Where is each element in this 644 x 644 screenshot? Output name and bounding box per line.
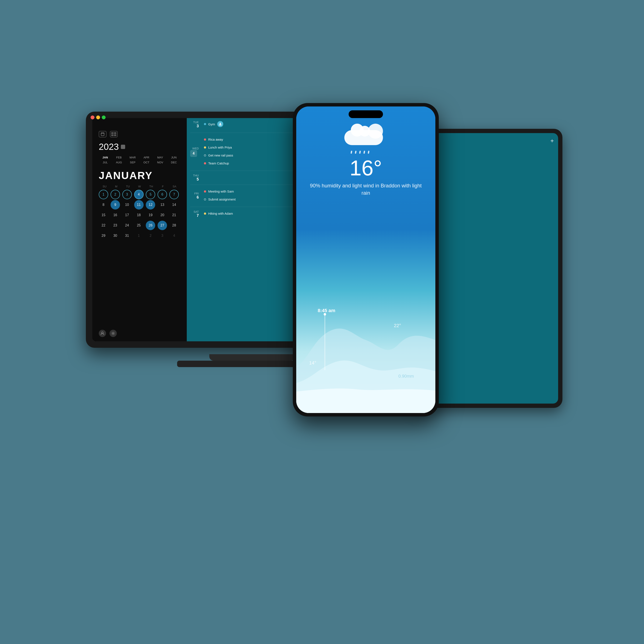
day-next-4[interactable]: 4 xyxy=(169,231,179,240)
scene: 2023 JAN FEB MAR APR MAY JUN JUL AUG SEP… xyxy=(86,86,558,558)
tablet-add-button[interactable]: + xyxy=(550,137,554,144)
month-jul[interactable]: JUL xyxy=(99,160,112,164)
svg-rect-0 xyxy=(101,133,104,136)
day-22[interactable]: 22 xyxy=(99,221,108,230)
day-3[interactable]: 3 xyxy=(122,190,132,199)
event-text-meeting: Meeting with Sam xyxy=(208,190,234,193)
calendar-view-grid[interactable] xyxy=(110,131,118,137)
traffic-light-yellow[interactable] xyxy=(96,115,100,119)
calendar-toolbar xyxy=(99,131,180,137)
day-14[interactable]: 14 xyxy=(169,200,179,210)
day-26[interactable]: 26 xyxy=(146,221,155,230)
day-next-1[interactable]: 1 xyxy=(134,231,144,240)
event-text-rica: Rica away xyxy=(208,138,223,141)
calendar-left-panel: 2023 JAN FEB MAR APR MAY JUN JUL AUG SEP… xyxy=(92,118,187,341)
month-dec[interactable]: DEC xyxy=(167,160,180,164)
day-17[interactable]: 17 xyxy=(122,210,132,220)
rain-drop-2 xyxy=(355,151,357,154)
day-20[interactable]: 20 xyxy=(158,210,167,220)
bottom-icons xyxy=(99,330,180,337)
event-dot-submit xyxy=(204,198,206,200)
event-text-rail: Get new rail pass xyxy=(208,153,233,157)
month-nov[interactable]: NOV xyxy=(154,160,167,164)
phone-screen: 16° 90% humidity and light wind in Bradd… xyxy=(296,106,435,413)
day-28[interactable]: 28 xyxy=(169,221,179,230)
event-dot-team xyxy=(204,162,206,164)
event-text-lunch: Lunch with Priya xyxy=(208,146,232,149)
days-grid: 1 2 3 4 5 6 7 8 9 10 11 12 13 1 xyxy=(99,190,180,240)
day-27[interactable]: 27 xyxy=(158,221,167,230)
day-24[interactable]: 24 xyxy=(122,221,132,230)
day-10[interactable]: 10 xyxy=(122,200,132,210)
event-text-team: Team Catchup xyxy=(208,161,229,165)
day-abbr-fri6: FRI xyxy=(190,192,199,195)
cloud-icon xyxy=(344,130,383,145)
weekday-th: TH xyxy=(145,185,157,188)
day-4[interactable]: 4 xyxy=(134,190,144,199)
day-29[interactable]: 29 xyxy=(99,231,108,240)
event-dot-lunch xyxy=(204,146,206,149)
month-feb[interactable]: FEB xyxy=(112,155,125,159)
day-2[interactable]: 2 xyxy=(111,190,120,199)
day-30[interactable]: 30 xyxy=(111,231,120,240)
day-12[interactable]: 12 xyxy=(146,200,155,210)
year-badge xyxy=(121,145,125,149)
day-15[interactable]: 15 xyxy=(99,210,108,220)
event-text-gym: Gym xyxy=(208,122,215,126)
phone-container: 16° 90% humidity and light wind in Bradd… xyxy=(293,103,439,416)
settings-icon[interactable] xyxy=(109,330,117,337)
month-aug[interactable]: AUG xyxy=(112,160,125,164)
month-jun[interactable]: JUN xyxy=(167,155,180,159)
event-dot-rail xyxy=(204,154,206,156)
day-5[interactable]: 5 xyxy=(146,190,155,199)
weather-description: 90% humidity and light wind in Braddon w… xyxy=(296,182,435,196)
traffic-light-red[interactable] xyxy=(91,115,94,119)
contacts-icon[interactable] xyxy=(99,330,106,337)
day-23[interactable]: 23 xyxy=(111,221,120,230)
month-mar[interactable]: MAR xyxy=(126,155,139,159)
rain-drop-4 xyxy=(363,151,365,154)
day-next-2[interactable]: 2 xyxy=(146,231,155,240)
day-11[interactable]: 11 xyxy=(134,200,144,210)
weekday-m: M xyxy=(110,185,122,188)
day-abbr-thu5: THU xyxy=(190,174,199,177)
day-next-3[interactable]: 3 xyxy=(158,231,167,240)
event-dot-meeting xyxy=(204,190,206,193)
day-25[interactable]: 25 xyxy=(134,221,144,230)
day-8[interactable]: 8 xyxy=(99,200,108,210)
traffic-light-green[interactable] xyxy=(102,115,106,119)
month-apr[interactable]: APR xyxy=(140,155,153,159)
day-16[interactable]: 16 xyxy=(111,210,120,220)
year-row: 2023 xyxy=(99,142,180,152)
weekdays-header: SU M TU W TH F SA xyxy=(99,185,180,188)
event-dot-gym xyxy=(204,123,206,125)
weekday-tu: TU xyxy=(122,185,134,188)
dynamic-island xyxy=(349,110,383,118)
day-21[interactable]: 21 xyxy=(169,210,179,220)
day-18[interactable]: 18 xyxy=(134,210,144,220)
calendar-view-single[interactable] xyxy=(99,131,106,137)
day-9[interactable]: 9 xyxy=(111,200,120,210)
months-grid: JAN FEB MAR APR MAY JUN JUL AUG SEP OCT … xyxy=(99,155,180,164)
temperature-chart: 8:45 am 22° 14° 0.90mm xyxy=(296,301,435,413)
time-label: 8:45 am xyxy=(318,308,335,313)
month-sep[interactable]: SEP xyxy=(126,160,139,164)
day-7[interactable]: 7 xyxy=(169,190,179,199)
day-num-tue3: 3 xyxy=(190,124,199,128)
day-31[interactable]: 31 xyxy=(122,231,132,240)
day-1[interactable]: 1 xyxy=(99,190,108,199)
event-dot-rica xyxy=(204,138,206,141)
day-19[interactable]: 19 xyxy=(146,210,155,220)
month-may[interactable]: MAY xyxy=(154,155,167,159)
event-text-submit: Submit assignment xyxy=(208,197,236,201)
year-label: 2023 xyxy=(99,142,119,152)
weather-content: 16° 90% humidity and light wind in Bradd… xyxy=(296,106,435,413)
weekday-w: W xyxy=(134,185,145,188)
svg-point-4 xyxy=(220,123,221,124)
month-jan[interactable]: JAN xyxy=(99,155,112,159)
day-13[interactable]: 13 xyxy=(158,200,167,210)
month-oct[interactable]: OCT xyxy=(140,160,153,164)
day-abbr-sat7: SAT xyxy=(190,210,199,213)
day-num-sat7: 7 xyxy=(190,213,199,218)
day-6[interactable]: 6 xyxy=(158,190,167,199)
